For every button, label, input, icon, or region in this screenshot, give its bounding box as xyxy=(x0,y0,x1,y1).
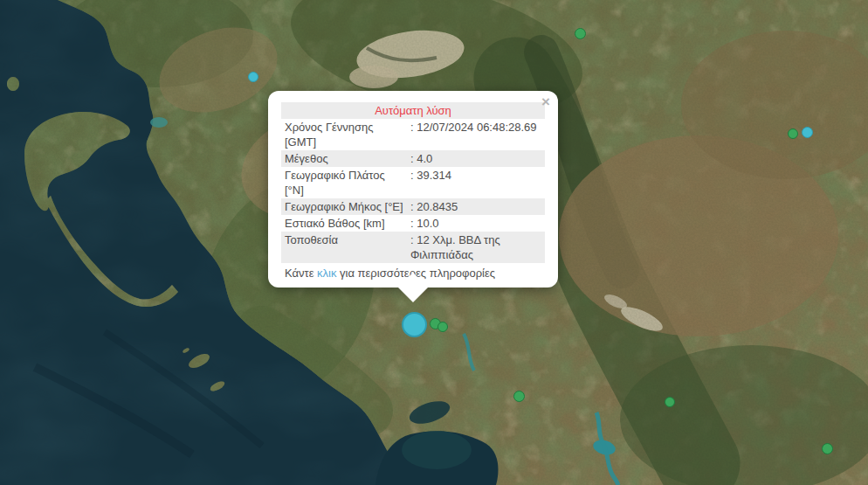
popup-row-longitude: Γεωγραφικό Μήκος [°E] : 20.8435 xyxy=(281,198,545,215)
earthquake-marker[interactable] xyxy=(822,443,833,454)
earthquake-marker[interactable] xyxy=(788,128,798,139)
more-info-link[interactable]: κλικ xyxy=(317,267,336,280)
popup-row-depth: Εστιακό Βάθος [km] : 10.0 xyxy=(281,215,545,232)
earthquake-marker[interactable] xyxy=(802,127,813,138)
row-label: Χρόνος Γέννησης [GMT] xyxy=(285,120,410,149)
row-label: Εστιακό Βάθος [km] xyxy=(285,216,410,231)
row-label: Μέγεθος xyxy=(285,151,410,166)
popup-row-latitude: Γεωγραφικό Πλάτος [°N] : 39.314 xyxy=(281,167,545,198)
footer-text-prefix: Κάντε xyxy=(285,267,317,280)
map-viewport: × Αυτόματη λύση Χρόνος Γέννησης [GMT] : … xyxy=(0,0,868,485)
row-value: : 12/07/2024 06:48:28.69 xyxy=(410,120,541,149)
selected-earthquake-marker[interactable] xyxy=(402,312,427,337)
popup-row-location: Τοποθεσία : 12 Χλμ. ΒΒΔ της Φιλιππιάδας xyxy=(281,232,545,263)
popup-title: Αυτόματη λύση xyxy=(281,102,545,119)
earthquake-popup: × Αυτόματη λύση Χρόνος Γέννησης [GMT] : … xyxy=(268,91,558,288)
row-value: : 39.314 xyxy=(410,168,541,197)
row-value: : 4.0 xyxy=(410,151,541,166)
row-value: : 12 Χλμ. ΒΒΔ της Φιλιππιάδας xyxy=(410,232,541,262)
earthquake-marker[interactable] xyxy=(665,397,675,407)
earthquake-marker[interactable] xyxy=(248,72,258,82)
row-label: Γεωγραφικό Μήκος [°E] xyxy=(285,199,410,214)
earthquake-marker[interactable] xyxy=(437,322,448,332)
earthquake-marker[interactable] xyxy=(575,28,586,39)
earthquake-marker[interactable] xyxy=(513,391,525,402)
popup-row-origin-time: Χρόνος Γέννησης [GMT] : 12/07/2024 06:48… xyxy=(281,119,545,150)
row-label: Γεωγραφικό Πλάτος [°N] xyxy=(285,168,410,197)
row-value: : 10.0 xyxy=(410,216,541,231)
row-label: Τοποθεσία xyxy=(285,232,410,262)
popup-row-magnitude: Μέγεθος : 4.0 xyxy=(281,150,545,167)
popup-close-button[interactable]: × xyxy=(541,95,550,108)
row-value: : 20.8435 xyxy=(410,199,541,214)
